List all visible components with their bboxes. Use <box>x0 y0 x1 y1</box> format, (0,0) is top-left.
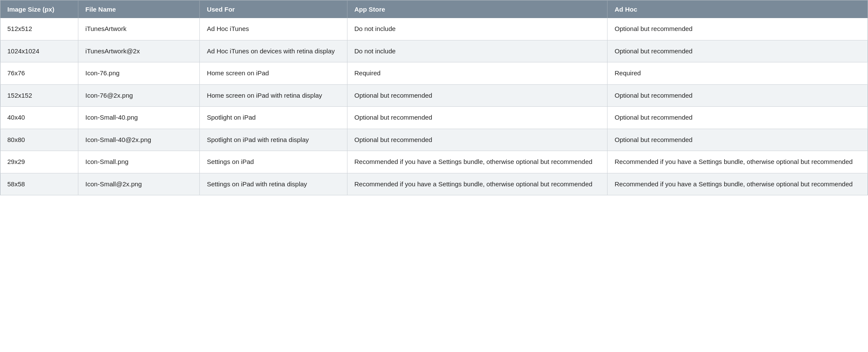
cell-size: 80x80 <box>0 129 78 151</box>
table-row: 40x40Icon-Small-40.pngSpotlight on iPadO… <box>0 107 868 129</box>
cell-appstore: Optional but recommended <box>347 84 608 107</box>
cell-filename: Icon-Small-40@2x.png <box>78 129 200 151</box>
header-adhoc: Ad Hoc <box>608 0 868 19</box>
cell-size: 512x512 <box>0 18 78 40</box>
cell-appstore: Recommended if you have a Settings bundl… <box>347 151 608 173</box>
cell-filename: iTunesArtwork <box>78 18 200 40</box>
cell-filename: Icon-Small-40.png <box>78 107 200 129</box>
table-row: 1024x1024iTunesArtwork@2xAd Hoc iTunes o… <box>0 40 868 62</box>
table-row: 80x80Icon-Small-40@2x.pngSpotlight on iP… <box>0 129 868 151</box>
cell-appstore: Optional but recommended <box>347 107 608 129</box>
cell-filename: Icon-76@2x.png <box>78 84 200 107</box>
cell-size: 76x76 <box>0 62 78 85</box>
header-size: Image Size (px) <box>0 0 78 19</box>
table-row: 152x152Icon-76@2x.pngHome screen on iPad… <box>0 84 868 107</box>
cell-size: 40x40 <box>0 107 78 129</box>
cell-adhoc: Optional but recommended <box>608 40 868 62</box>
cell-usedfor: Settings on iPad <box>200 151 347 173</box>
cell-size: 1024x1024 <box>0 40 78 62</box>
cell-size: 29x29 <box>0 151 78 173</box>
cell-usedfor: Spotlight on iPad with retina display <box>200 129 347 151</box>
table-header-row: Image Size (px) File Name Used For App S… <box>0 0 868 19</box>
cell-appstore: Do not include <box>347 18 608 40</box>
cell-adhoc: Optional but recommended <box>608 18 868 40</box>
cell-filename: Icon-Small.png <box>78 151 200 173</box>
table-row: 512x512iTunesArtworkAd Hoc iTunesDo not … <box>0 18 868 40</box>
cell-adhoc: Recommended if you have a Settings bundl… <box>608 173 868 195</box>
cell-filename: iTunesArtwork@2x <box>78 40 200 62</box>
cell-adhoc: Required <box>608 62 868 85</box>
cell-appstore: Do not include <box>347 40 608 62</box>
table-row: 29x29Icon-Small.pngSettings on iPadRecom… <box>0 151 868 173</box>
table-row: 58x58Icon-Small@2x.pngSettings on iPad w… <box>0 173 868 195</box>
header-appstore: App Store <box>347 0 608 19</box>
cell-appstore: Recommended if you have a Settings bundl… <box>347 173 608 195</box>
cell-adhoc: Optional but recommended <box>608 107 868 129</box>
header-filename: File Name <box>78 0 200 19</box>
cell-filename: Icon-76.png <box>78 62 200 85</box>
icon-sizes-table: Image Size (px) File Name Used For App S… <box>0 0 868 195</box>
cell-adhoc: Optional but recommended <box>608 129 868 151</box>
cell-usedfor: Spotlight on iPad <box>200 107 347 129</box>
cell-adhoc: Optional but recommended <box>608 84 868 107</box>
cell-size: 152x152 <box>0 84 78 107</box>
cell-appstore: Optional but recommended <box>347 129 608 151</box>
table-row: 76x76Icon-76.pngHome screen on iPadRequi… <box>0 62 868 85</box>
cell-usedfor: Home screen on iPad <box>200 62 347 85</box>
cell-usedfor: Ad Hoc iTunes on devices with retina dis… <box>200 40 347 62</box>
cell-usedfor: Ad Hoc iTunes <box>200 18 347 40</box>
cell-appstore: Required <box>347 62 608 85</box>
cell-usedfor: Settings on iPad with retina display <box>200 173 347 195</box>
cell-filename: Icon-Small@2x.png <box>78 173 200 195</box>
cell-adhoc: Recommended if you have a Settings bundl… <box>608 151 868 173</box>
cell-usedfor: Home screen on iPad with retina display <box>200 84 347 107</box>
cell-size: 58x58 <box>0 173 78 195</box>
header-usedfor: Used For <box>200 0 347 19</box>
